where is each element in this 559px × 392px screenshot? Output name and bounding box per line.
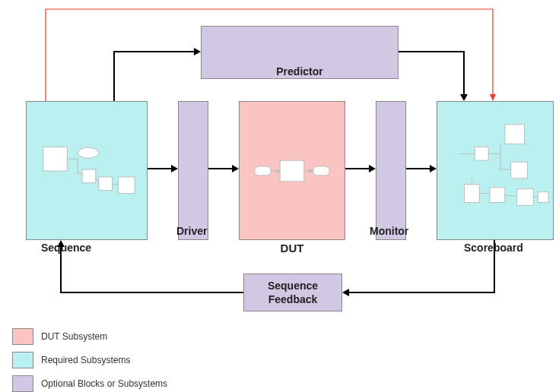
legend-dut-label: DUT Subsystem	[41, 331, 107, 342]
svg-marker-39	[342, 289, 349, 296]
dut-block	[239, 101, 345, 240]
svg-marker-35	[171, 165, 178, 172]
legend-dut: DUT Subsystem	[12, 328, 107, 345]
svg-rect-12	[313, 166, 330, 175]
dut-label: DUT	[281, 242, 304, 254]
svg-line-7	[96, 177, 99, 183]
svg-rect-10	[280, 160, 304, 182]
driver-block	[178, 101, 208, 240]
legend-swatch-required	[12, 352, 33, 368]
scoreboard-label: Scoreboard	[464, 242, 523, 254]
legend-swatch-dut	[12, 328, 33, 345]
sequence-label: Sequence	[41, 242, 91, 254]
svg-point-1	[78, 147, 99, 158]
svg-rect-17	[505, 125, 525, 144]
svg-rect-22	[511, 162, 528, 179]
legend-required-label: Required Subsystems	[41, 355, 130, 365]
svg-line-29	[505, 195, 517, 197]
svg-rect-24	[465, 185, 480, 203]
svg-rect-8	[118, 177, 135, 194]
uvm-block-diagram: Predictor Sequence Driver DU	[0, 0, 559, 392]
monitor-block	[376, 101, 406, 240]
svg-rect-6	[99, 177, 113, 191]
svg-marker-36	[232, 165, 239, 172]
scoreboard-block	[437, 101, 554, 240]
svg-marker-33	[194, 48, 201, 55]
svg-rect-0	[43, 147, 68, 171]
sequence-feedback-label-1: Sequence	[268, 280, 318, 292]
sequence-feedback-label-2: Feedback	[268, 293, 318, 305]
svg-marker-34	[460, 94, 468, 101]
svg-rect-4	[82, 169, 96, 183]
svg-rect-27	[538, 192, 548, 203]
svg-rect-11	[255, 166, 272, 175]
svg-marker-38	[430, 165, 437, 172]
svg-rect-26	[517, 189, 534, 206]
legend-swatch-optional	[12, 375, 33, 392]
predictor-label: Predictor	[276, 65, 322, 77]
monitor-label: Monitor	[370, 225, 408, 237]
svg-marker-32	[490, 94, 496, 101]
legend-required: Required Subsystems	[12, 352, 130, 368]
svg-marker-37	[369, 165, 376, 172]
driver-label: Driver	[176, 225, 207, 237]
legend-optional-label: Optional Blocks or Subsystems	[41, 378, 167, 389]
svg-rect-18	[475, 147, 488, 160]
sequence-block	[26, 101, 148, 240]
legend-optional: Optional Blocks or Subsystems	[12, 375, 167, 392]
svg-rect-25	[490, 188, 505, 203]
svg-line-30	[533, 197, 538, 198]
svg-marker-16	[310, 169, 313, 173]
svg-marker-14	[276, 169, 280, 173]
